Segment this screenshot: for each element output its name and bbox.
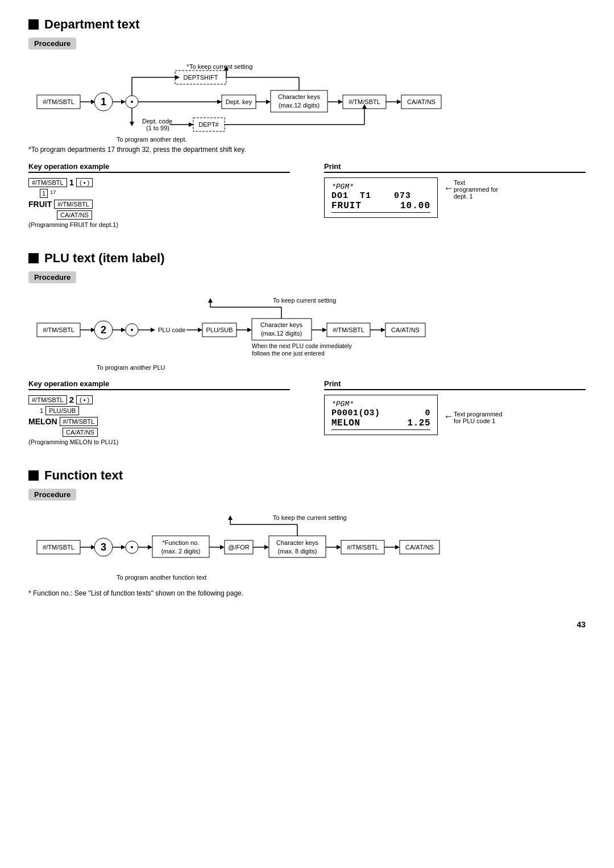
svg-text:1: 1: [101, 96, 106, 108]
svg-marker-83: [208, 298, 213, 303]
key-op-row-2: 1 17: [40, 189, 290, 198]
dept-key-title: Key operation example: [28, 162, 290, 173]
plu-key-example: Key operation example #/TM/SBTL 2 ( • ) …: [28, 379, 290, 445]
plu-text-title: PLU text (item label): [28, 251, 586, 266]
svg-text:(1 to 99): (1 to 99): [146, 125, 169, 131]
key-small-1: 1: [40, 189, 48, 198]
plu-receipt-line-1: *PGM*: [331, 400, 430, 408]
svg-marker-57: [121, 328, 126, 332]
svg-marker-39: [397, 100, 401, 104]
svg-text:•: •: [131, 543, 134, 552]
svg-marker-61: [151, 328, 155, 332]
svg-text:Character keys: Character keys: [260, 321, 302, 328]
svg-text:DEPT#: DEPT#: [198, 121, 219, 128]
function-flow-svg: To keep the current setting #/TM/SBTL 3 …: [28, 513, 540, 576]
dept-footnote: *To program departments 17 through 32, p…: [28, 146, 586, 154]
svg-marker-98: [148, 545, 152, 549]
receipt-line-1: *PGM*: [331, 183, 430, 191]
svg-text:Character keys: Character keys: [276, 539, 318, 546]
svg-marker-103: [220, 545, 225, 549]
plu-print-example: Print *PGM* P0001(O3)0 MELON1.25 ← Text …: [324, 379, 586, 445]
dept-text-title: Department text: [28, 17, 586, 32]
svg-marker-30: [266, 100, 271, 104]
plu-bottom-note: To program another PLU: [97, 364, 586, 371]
svg-text:(max.12 digits): (max.12 digits): [261, 330, 302, 337]
svg-text:(max. 8 digits): (max. 8 digits): [277, 548, 317, 555]
plu-receipt: *PGM* P0001(O3)0 MELON1.25: [324, 395, 438, 435]
key-hm-sbtl-2: #/TM/SBTL: [54, 200, 93, 209]
key-op-row-3: FRUIT #/TM/SBTL: [28, 200, 290, 209]
function-bottom-note: To program another function text: [117, 574, 586, 581]
svg-marker-68: [247, 328, 252, 332]
svg-marker-116: [395, 545, 400, 549]
key-1: 1: [69, 177, 74, 187]
dept-bottom-note: To program another dept.: [117, 136, 586, 143]
plu-key-title: Key operation example: [28, 379, 290, 390]
svg-marker-18: [130, 122, 134, 126]
svg-marker-11: [121, 100, 126, 104]
dept-key-caption: (Programming FRUIT for dept.1): [28, 221, 290, 228]
procedure-badge-1: Procedure: [28, 38, 76, 49]
svg-marker-122: [228, 515, 233, 520]
plu-sub-key: PLU/SUB: [45, 406, 79, 415]
plu-key-hm-2: #/TM/SBTL: [60, 417, 98, 426]
key-op-row-4: CA/AT/NS: [57, 210, 290, 220]
svg-text:Dept. key: Dept. key: [226, 98, 252, 105]
svg-text:2: 2: [101, 324, 106, 336]
svg-text:DEPTSHIFT: DEPTSHIFT: [183, 74, 218, 81]
plu-key-1: 1: [40, 407, 43, 414]
svg-text:To keep current setting: To keep current setting: [273, 297, 336, 304]
procedure-badge-3: Procedure: [28, 489, 76, 501]
plu-key-melon: MELON: [28, 417, 57, 426]
svg-text:#/TM/SBTL: #/TM/SBTL: [43, 98, 74, 105]
flow-diagram-3: To keep the current setting #/TM/SBTL 3 …: [28, 513, 586, 581]
svg-text:To keep current setting: To keep current setting: [189, 63, 252, 70]
key-dot-1: ( • ): [76, 178, 93, 187]
svg-text:When the next PLU code immedia: When the next PLU code immediately: [252, 342, 352, 349]
svg-text:CA/AT/NS: CA/AT/NS: [405, 544, 434, 551]
plu-key-2: 2: [69, 395, 74, 404]
dept-print-caption: Text programmed for dept. 1: [454, 179, 499, 200]
plu-key-caption: (Programming MELON to PLU1): [28, 439, 290, 445]
svg-text:(max.12 digits): (max.12 digits): [279, 102, 320, 109]
svg-marker-24: [189, 122, 193, 127]
flow-diagram-1: * To keep current setting DEPTSHIFT #/TM…: [28, 62, 586, 143]
svg-text:•: •: [131, 325, 134, 334]
svg-text:CA/AT/NS: CA/AT/NS: [407, 98, 435, 105]
plu-key-row-2: 1 PLU/SUB: [40, 406, 290, 415]
key-super-17: 17: [50, 189, 56, 198]
plu-key-op: #/TM/SBTL 2 ( • ) 1 PLU/SUB MELON #/TM/S…: [28, 395, 290, 437]
svg-text:To keep the current setting: To keep the current setting: [273, 514, 347, 521]
dept-key-op: #/TM/SBTL 1 ( • ) 1 17 FRUIT #/TM/SBTL C…: [28, 177, 290, 220]
svg-text:(max. 2 digits): (max. 2 digits): [161, 548, 200, 555]
svg-text:@/FOR: @/FOR: [228, 544, 249, 551]
svg-marker-64: [198, 328, 202, 332]
page-number: 43: [28, 620, 586, 629]
plu-examples: Key operation example #/TM/SBTL 2 ( • ) …: [28, 379, 586, 445]
svg-text:3: 3: [101, 542, 106, 553]
plu-text-section: PLU text (item label) Procedure To keep …: [28, 251, 586, 445]
dept-print-title: Print: [324, 162, 586, 173]
flow-diagram-2: To keep current setting #/TM/SBTL 2 • PL…: [28, 296, 586, 371]
svg-text:Character keys: Character keys: [278, 93, 320, 100]
key-hm-sbtl-1: #/TM/SBTL: [28, 178, 67, 187]
svg-text:PLU code: PLU code: [158, 326, 185, 333]
plu-key-row-3: MELON #/TM/SBTL: [28, 417, 290, 426]
svg-text:#/TM/SBTL: #/TM/SBTL: [43, 326, 74, 333]
plu-print-caption: Text programmed for PLU code 1: [454, 411, 505, 424]
dept-text-section: Department text Procedure * To keep curr…: [28, 17, 586, 228]
plu-receipt-line-3: MELON1.25: [331, 418, 430, 428]
svg-text:*Function no.: *Function no.: [163, 539, 200, 546]
svg-text:#/TM/SBTL: #/TM/SBTL: [43, 544, 74, 551]
svg-text:•: •: [131, 97, 134, 106]
function-text-section: Function text Procedure To keep the curr…: [28, 468, 586, 597]
svg-text:#/TM/SBTL: #/TM/SBTL: [333, 326, 364, 333]
receipt-line-3: FRUIT10.00: [331, 201, 430, 211]
dept-flow-svg: * To keep current setting DEPTSHIFT #/TM…: [28, 62, 540, 136]
svg-text:CA/AT/NS: CA/AT/NS: [391, 326, 420, 333]
svg-marker-35: [338, 100, 343, 104]
title-square-icon-3: [28, 470, 39, 481]
dept-key-example: Key operation example #/TM/SBTL 1 ( • ) …: [28, 162, 290, 228]
svg-marker-73: [322, 328, 327, 332]
svg-text:Dept. code: Dept. code: [142, 118, 172, 125]
